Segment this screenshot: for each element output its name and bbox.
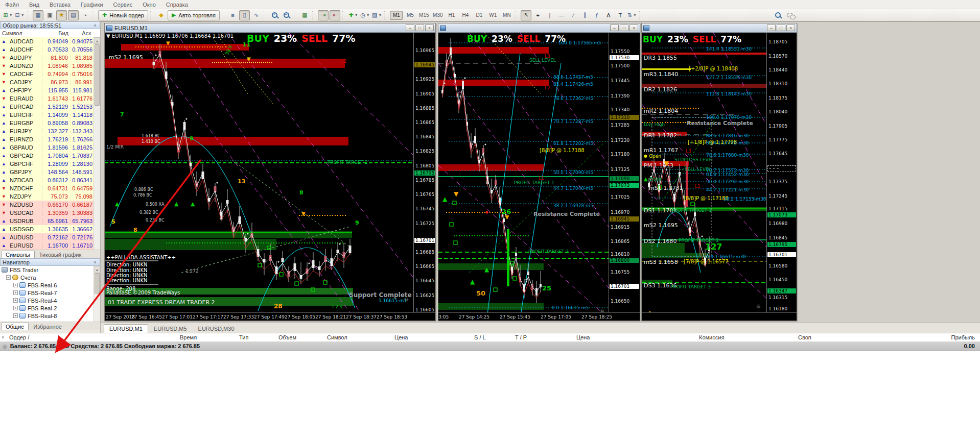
menu-item-Файл[interactable]: Файл [0,2,24,8]
market-watch-row-AUDUSD[interactable]: AUDUSD▲0.721620.72176 [0,233,94,241]
minimize-button[interactable]: – [610,24,619,31]
market-watch-row-EURCAD[interactable]: EURCAD▲1.521291.52153 [0,103,94,111]
market-watch-row-NZDUSD[interactable]: NZDUSD▼0.661700.66187 [0,201,94,209]
column-ask[interactable]: Аск [71,30,93,36]
line-chart-button[interactable]: ∿ [251,10,262,20]
templates-button[interactable]: ▨▼ [371,10,382,20]
close-icon[interactable]: × [92,23,98,28]
terminal-column-9[interactable]: Цена [576,334,590,340]
chart-plot-area[interactable]: BUY23%SELL77%▼ EURUSD,M1 1.16699 1.16706… [105,33,413,312]
terminal-column-5[interactable]: Символ [327,334,347,340]
menu-item-Графики[interactable]: Графики [76,2,108,8]
tree-expander-icon[interactable]: + [13,313,18,318]
tab-market-watch-1[interactable]: Символы [1,251,35,258]
terminal-column-1[interactable]: Ордер / [9,334,29,340]
timeframe-D1[interactable]: D1 [473,11,485,20]
tab-navigator-2[interactable]: Избранное [29,323,66,330]
minimize-button[interactable]: – [406,24,414,31]
menu-item-Справка[interactable]: Справка [161,2,193,8]
timeframe-W1[interactable]: W1 [486,11,499,20]
market-watch-row-GBPCAD[interactable]: GBPCAD▲1.708041.70837 [0,152,94,160]
scroll-up-icon[interactable]: ▲ [94,37,100,44]
profiles-button[interactable]: ⊟▼ [14,10,25,20]
market-watch-row-NZDCHF[interactable]: NZDCHF▼0.647310.64759 [0,184,94,192]
close-button[interactable]: × [425,24,434,31]
menu-item-Вид[interactable]: Вид [24,2,44,8]
bar-chart-button[interactable]: ≡ [227,10,238,20]
tile-windows-button[interactable]: ▦ [299,10,310,20]
terminal-column-4[interactable]: Объем [278,334,296,340]
data-window-toggle[interactable]: ▣ [44,10,55,20]
menu-item-Окно[interactable]: Окно [137,2,161,8]
market-watch-scrollbar[interactable]: ▲ [94,37,100,250]
tab-navigator-1[interactable]: Общие [1,323,29,330]
tree-item-accounts-group[interactable]: −Счета [0,274,94,281]
search-icon[interactable] [773,10,783,20]
scroll-up-icon[interactable]: ▲ [94,266,100,273]
restore-button[interactable]: □ [620,24,628,31]
tree-expander-icon[interactable]: − [6,275,11,280]
tree-item-FBS-Real-4[interactable]: +FBS-Real-4 [0,297,94,304]
market-watch-row-NZDCAD[interactable]: NZDCAD▲0.863120.86341 [0,176,94,184]
minimize-button[interactable]: – [767,24,776,31]
tree-item-FBS-Real-7[interactable]: +FBS-Real-7 [0,289,94,297]
timeframe-M1[interactable]: M1 [390,11,403,20]
market-watch-row-USDRUB[interactable]: USDRUB▲65.696165.7963 [0,217,94,225]
timeframe-M30[interactable]: M30 [431,11,444,20]
chart-window-titlebar[interactable]: –□× [438,23,640,33]
restore-button[interactable]: □ [777,24,785,31]
chart-tab-EURUSD-M1[interactable]: EURUSD,M1 [104,324,148,333]
market-watch-row-CADCHF[interactable]: CADCHF▼0.749940.75016 [0,70,94,78]
menu-item-Сервис[interactable]: Сервис [108,2,138,8]
market-watch-row-CHFJPY[interactable]: CHFJPY▲115.955115.981 [0,86,94,94]
market-watch-row-EURAUD[interactable]: EURAUD▼1.617431.61776 [0,94,94,103]
timeframe-H1[interactable]: H1 [445,11,458,20]
market-watch-toggle[interactable]: ▦ [33,10,43,20]
candlestick-button[interactable]: ▯ [239,10,250,20]
market-watch-row-EURCHF[interactable]: EURCHF▲1.140991.14118 [0,111,94,119]
column-symbol[interactable]: Символ [0,30,43,36]
timeframe-H4[interactable]: H4 [459,11,472,20]
market-watch-row-EURUSD[interactable]: EURUSD▲1.167001.16710 [0,241,94,250]
zoom-in-button[interactable]: + [269,10,280,20]
tree-item-FBS-Real-6[interactable]: +FBS-Real-6 [0,281,94,289]
new-order-button[interactable]: ✚Новый ордер [98,10,148,20]
restore-button[interactable]: □ [415,24,424,31]
tree-expander-icon[interactable]: + [13,283,18,287]
close-icon[interactable]: × [92,260,98,265]
timeframe-MN[interactable]: MN [500,11,513,20]
menu-item-Вставка[interactable]: Вставка [44,2,76,8]
timeframe-M5[interactable]: M5 [404,11,416,20]
navigator-toggle[interactable]: ★ [56,10,67,20]
market-watch-row-EURGBP[interactable]: EURGBP▲0.890580.89083 [0,119,94,127]
terminal-column-2[interactable]: Время [180,334,197,340]
terminal-column-11[interactable]: Своп [798,334,811,340]
terminal-column-3[interactable]: Тип [239,334,248,340]
auto-scroll-button[interactable]: ⇥ [318,10,329,20]
timeframe-M15[interactable]: M15 [417,11,430,20]
close-button[interactable]: × [629,24,638,31]
chat-icon[interactable] [784,10,795,20]
terminal-column-12[interactable]: Прибыль [951,334,975,340]
terminal-column-8[interactable]: T / P [515,334,527,340]
vertical-line-button[interactable]: | [544,10,555,20]
market-watch-row-GBPCHF[interactable]: GBPCHF▲1.280991.28130 [0,160,94,168]
autotrading-button[interactable]: ▶Авто-торговля [168,10,220,20]
horizontal-line-button[interactable]: — [556,10,567,20]
market-watch-row-GBPAUD[interactable]: GBPAUD▲1.815961.81625 [0,143,94,152]
label-button[interactable]: T [615,10,625,20]
close-button[interactable]: × [786,24,795,31]
channel-button[interactable]: ∥ [579,10,590,20]
terminal-column-6[interactable]: Цена [394,334,408,340]
market-watch-row-CADJPY[interactable]: CADJPY▼86.97386.991 [0,78,94,86]
tree-expander-icon[interactable]: + [13,306,18,310]
market-watch-row-GBPJPY[interactable]: GBPJPY▲148.564148.591 [0,168,94,176]
cursor-button[interactable]: ↖ [521,10,531,20]
terminal-toggle[interactable]: ▤ [68,10,79,20]
market-watch-row-USDSGD[interactable]: USDSGD▲1.366351.36662 [0,225,94,233]
tree-item-FBS-Real-2[interactable]: +FBS-Real-2 [0,304,94,312]
chart-shift-button[interactable]: ⇤ [330,10,340,20]
strategy-tester-toggle[interactable]: ◔ [80,10,90,20]
zoom-out-button[interactable]: − [281,10,292,20]
tab-market-watch-2[interactable]: Тиковый график [35,251,86,258]
